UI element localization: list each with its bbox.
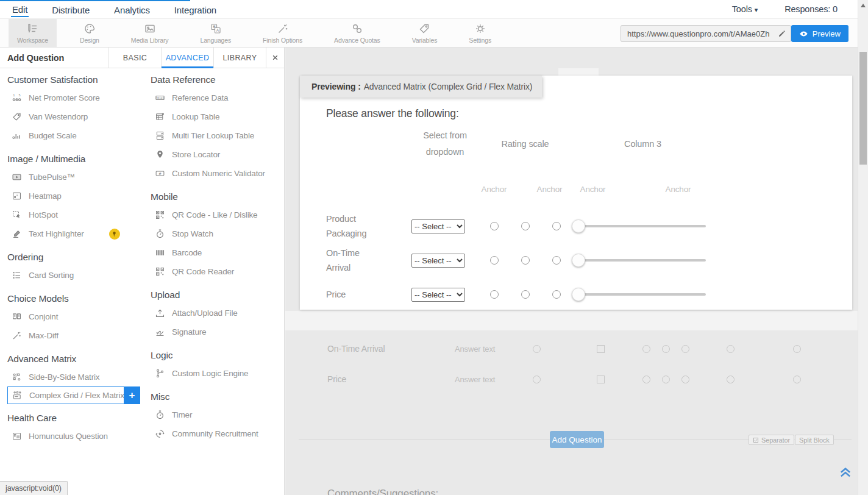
toolbar-media-library-button[interactable]: Media Library <box>123 19 177 47</box>
radio-button[interactable] <box>490 256 499 265</box>
question-type-card-sorting[interactable]: Card Sorting <box>7 266 146 285</box>
question-type-timer[interactable]: Timer <box>151 405 277 424</box>
slider-handle[interactable] <box>572 254 585 267</box>
nav-tab-edit[interactable]: Edit <box>11 2 29 17</box>
close-icon <box>272 54 279 61</box>
toolbar-workspace-button[interactable]: Workspace <box>9 19 57 47</box>
scrollbar-up-arrow[interactable] <box>861 4 866 7</box>
nav-tab-analytics[interactable]: Analytics <box>113 2 151 16</box>
section-title: Logic <box>151 349 277 362</box>
radio-button <box>793 376 801 383</box>
question-type-hotspot[interactable]: HotSpot <box>7 205 146 224</box>
question-type-label: Net Promoter Score <box>29 93 100 102</box>
question-type-stop-watch[interactable]: Stop Watch <box>151 224 277 243</box>
wand-icon <box>277 23 289 35</box>
radio-button[interactable] <box>521 222 530 230</box>
toolbar-settings-button[interactable]: Settings <box>460 19 500 47</box>
question-type-custom-numeric-validator[interactable]: Custom Numeric Validator <box>151 164 277 183</box>
question-type-net-promoter-score[interactable]: Net Promoter Score <box>7 88 146 107</box>
preview-button[interactable]: Preview <box>791 25 848 42</box>
tab-basic[interactable]: BASIC <box>108 48 161 68</box>
matrix-row-label: Price <box>326 277 411 312</box>
question-type-attach-upload-file[interactable]: Attach/Upload File <box>151 304 277 322</box>
radio-button[interactable] <box>490 222 499 230</box>
radio-button <box>681 345 689 353</box>
question-type-side-by-side-matrix[interactable]: Side-By-Side Matrix <box>7 368 146 386</box>
question-type-multi-tier-lookup-table[interactable]: Multi Tier Lookup Table <box>151 126 277 145</box>
question-type-homunculus[interactable]: Homunculus Question <box>7 427 146 446</box>
slider-handle[interactable] <box>572 288 585 301</box>
section-title: Misc <box>151 390 277 404</box>
survey-workspace: On-Time Arrival Answer text Price Answer… <box>285 48 858 495</box>
question-type-label: Complex Grid / Flex Matrix <box>29 391 124 400</box>
question-type-reference-data[interactable]: Reference Data <box>151 88 277 107</box>
radio-button[interactable] <box>552 256 561 265</box>
row-select-dropdown[interactable]: -- Select -- <box>411 219 465 233</box>
add-question-type-button[interactable]: + <box>124 386 140 404</box>
anchor-label: Anchor <box>478 185 510 209</box>
question-type-tubepulse[interactable]: TubePulse™ <box>7 168 146 187</box>
rating-slider[interactable] <box>572 287 706 302</box>
add-question-button[interactable]: Add Question <box>550 431 604 448</box>
question-type-store-locator[interactable]: Store Locator <box>151 145 277 164</box>
radio-button[interactable] <box>521 256 530 265</box>
question-type-barcode[interactable]: Barcode <box>151 243 277 262</box>
question-type-heatmap[interactable]: Heatmap <box>7 187 146 205</box>
question-type-qr-code-reader[interactable]: QR Code Reader <box>151 262 277 281</box>
top-navigation: Edit Distribute Analytics Integration To… <box>0 0 868 18</box>
toolbar-advance-quotas-button[interactable]: Advance Quotas <box>326 19 389 47</box>
toolbar-label: Settings <box>469 37 491 44</box>
nav-tab-distribute[interactable]: Distribute <box>51 2 91 16</box>
matrix-cell <box>572 243 714 277</box>
numeric-validator-icon <box>155 168 165 179</box>
edit-url-button[interactable] <box>774 26 791 41</box>
question-type-signature[interactable]: Signature <box>151 322 277 341</box>
scroll-to-top-button[interactable] <box>838 464 853 480</box>
editor-toolbar: Workspace Design Media Library Languages… <box>0 18 868 48</box>
section-title: Upload <box>151 288 277 302</box>
section-title: Ordering <box>7 251 146 264</box>
close-panel-button[interactable] <box>266 48 284 68</box>
question-type-budget-scale[interactable]: Budget Scale <box>7 126 146 145</box>
question-type-community-recruitment[interactable]: Community Recruitment <box>151 424 277 443</box>
toolbar-languages-button[interactable]: Languages <box>191 19 240 47</box>
tools-dropdown[interactable]: Tools ▾ <box>732 4 758 14</box>
survey-url-input[interactable] <box>621 29 774 38</box>
radio-button[interactable] <box>552 290 561 299</box>
caret-down-icon: ▾ <box>755 6 758 13</box>
slider-handle[interactable] <box>572 219 585 233</box>
page-scrollbar[interactable] <box>858 0 868 495</box>
row-select-dropdown[interactable]: -- Select -- <box>411 254 465 268</box>
toolbar-design-button[interactable]: Design <box>71 19 108 47</box>
question-type-conjoint[interactable]: Conjoint <box>7 307 146 326</box>
radio-button[interactable] <box>552 222 561 230</box>
separator-button[interactable]: Separator <box>749 435 794 445</box>
background-matrix-row: Price Answer text <box>285 374 858 386</box>
radio-button[interactable] <box>490 290 499 299</box>
rating-slider[interactable] <box>572 253 706 268</box>
question-type-custom-logic-engine[interactable]: Custom Logic Engine <box>151 364 277 383</box>
question-type-max-diff[interactable]: Max-Diff <box>7 326 146 345</box>
tag-icon <box>418 23 430 35</box>
question-type-qr-like-dislike[interactable]: QR Code - Like / Dislike <box>151 205 277 224</box>
answer-text-placeholder: Answer text <box>455 344 495 354</box>
split-block-button[interactable]: Split Block <box>795 435 834 445</box>
survey-url-box <box>621 25 791 42</box>
nav-tab-integration[interactable]: Integration <box>173 2 218 16</box>
question-type-lookup-table[interactable]: Lookup Table <box>151 107 277 126</box>
section-title: Advanced Matrix <box>7 352 146 366</box>
section-health-care: Health Care Homunculus Question <box>7 411 146 446</box>
scrollbar-thumb[interactable] <box>859 52 867 165</box>
question-type-van-westendorp[interactable]: Van Westendorp <box>7 107 146 126</box>
row-select-dropdown[interactable]: -- Select -- <box>411 288 465 302</box>
tab-advanced[interactable]: ADVANCED <box>161 48 213 68</box>
rating-slider[interactable] <box>572 219 706 233</box>
question-type-label: Max-Diff <box>29 331 59 340</box>
question-type-label: Store Locator <box>172 150 220 159</box>
toolbar-variables-button[interactable]: Variables <box>404 19 446 47</box>
radio-button[interactable] <box>521 290 530 299</box>
question-type-complex-grid-flex-matrix[interactable]: Complex Grid / Flex Matrix+ <box>7 386 140 404</box>
question-type-text-highlighter[interactable]: Text Highlighter <box>7 224 146 243</box>
toolbar-finish-options-button[interactable]: Finish Options <box>254 19 311 47</box>
tab-library[interactable]: LIBRARY <box>213 48 266 68</box>
